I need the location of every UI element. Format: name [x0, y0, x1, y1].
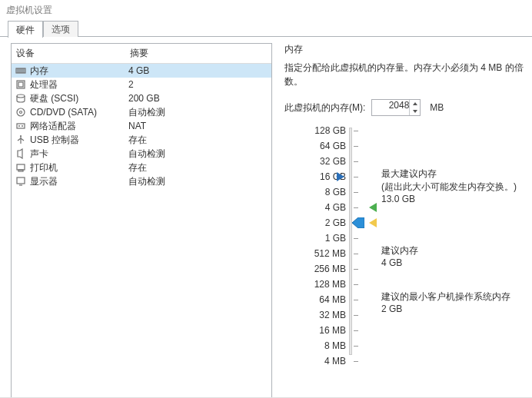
marker-recommended-icon	[367, 203, 377, 212]
cpu-icon	[15, 79, 27, 90]
memory-desc: 指定分配给此虚拟机的内存量。内存大小必须为 4 MB 的倍数。	[284, 61, 526, 88]
scale-tick	[354, 330, 358, 331]
scale-tick	[354, 346, 358, 347]
spin-up[interactable]	[410, 100, 420, 108]
scale-tick	[354, 361, 358, 362]
legend-rec-value: 4 GB	[381, 257, 402, 268]
col-device: 设备	[12, 44, 125, 63]
hw-row[interactable]: 内存4 GB	[12, 64, 271, 78]
hw-name: 处理器	[30, 78, 128, 91]
svg-point-12	[18, 125, 20, 127]
memory-scale: 128 GB64 GB32 GB16 GB8 GB4 GB2 GB1 GB512…	[284, 123, 526, 397]
scale-label: 128 MB	[301, 277, 346, 292]
scale-tick	[354, 161, 358, 162]
svg-rect-11	[17, 124, 25, 128]
hw-row[interactable]: 硬盘 (SCSI)200 GB	[12, 91, 271, 105]
hw-rows: 内存4 GB处理器2硬盘 (SCSI)200 GBCD/DVD (SATA)自动…	[12, 64, 271, 188]
scale-label: 8 MB	[301, 338, 346, 353]
scale-tick	[354, 238, 358, 239]
hw-row[interactable]: CD/DVD (SATA)自动检测	[12, 105, 271, 119]
usb-icon	[15, 134, 27, 145]
scale-label: 16 MB	[301, 323, 346, 338]
svg-point-14	[20, 135, 22, 137]
hw-summary: 存在	[128, 134, 268, 147]
disk-icon	[15, 93, 27, 104]
hw-row[interactable]: 打印机存在	[12, 161, 271, 174]
scale-tick	[354, 269, 358, 270]
hw-summary: 4 GB	[128, 65, 268, 76]
legend-max: 最大建议内存 (超出此大小可能发生内存交换。) 13.0 GB	[381, 167, 517, 204]
svg-rect-16	[18, 170, 23, 171]
cd-icon	[15, 107, 27, 118]
display-icon	[15, 176, 27, 187]
legend-min-title: 建议的最小客户机操作系统内存	[381, 291, 510, 302]
printer-icon	[15, 162, 27, 173]
tab-options[interactable]: 选项	[43, 21, 78, 37]
hw-name: CD/DVD (SATA)	[30, 107, 128, 118]
col-summary: 摘要	[125, 44, 271, 63]
hw-row[interactable]: 网络适配器NAT	[12, 119, 271, 133]
hardware-list: 设备 摘要 内存4 GB处理器2硬盘 (SCSI)200 GBCD/DVD (S…	[11, 43, 272, 397]
legend-recommended: 建议内存 4 GB	[381, 244, 418, 268]
hw-summary: 自动检测	[128, 148, 268, 161]
hw-name: USB 控制器	[30, 134, 128, 147]
hw-summary: 200 GB	[128, 93, 268, 104]
hw-name: 硬盘 (SCSI)	[30, 92, 128, 105]
marker-current-icon[interactable]	[352, 217, 364, 228]
section-title: 内存	[284, 43, 526, 56]
scale-tick	[354, 284, 358, 285]
scale-label: 128 GB	[301, 123, 346, 138]
memory-slider-track[interactable]	[349, 128, 352, 355]
scale-tick	[354, 192, 358, 193]
hw-row[interactable]: 显示器自动检测	[12, 174, 271, 188]
tab-hardware[interactable]: 硬件	[8, 21, 43, 38]
svg-rect-17	[17, 177, 25, 184]
scale-label: 256 MB	[301, 261, 346, 277]
vm-settings-window: 虚拟机设置 硬件选项 设备 摘要 内存4 GB处理器2硬盘 (SCSI)200 …	[0, 0, 532, 398]
memory-field-row: 此虚拟机的内存(M): 2048 MB	[284, 99, 526, 116]
scale-label: 2 GB	[301, 215, 346, 231]
hw-name: 显示器	[30, 175, 128, 188]
hw-row[interactable]: USB 控制器存在	[12, 133, 271, 147]
svg-rect-7	[18, 82, 23, 87]
scale-label: 32 MB	[301, 307, 346, 323]
legend-max-value: 13.0 GB	[381, 194, 415, 204]
scale-label: 1 GB	[301, 231, 346, 246]
legend-min: 建议的最小客户机操作系统内存 2 GB	[381, 290, 510, 314]
scale-tick	[354, 146, 358, 147]
memory-panel: 内存 指定分配给此虚拟机的内存量。内存大小必须为 4 MB 的倍数。 此虚拟机的…	[284, 43, 526, 397]
svg-marker-20	[413, 110, 417, 113]
scale-label: 64 MB	[301, 292, 346, 307]
scale-labels: 128 GB64 GB32 GB16 GB8 GB4 GB2 GB1 GB512…	[301, 123, 346, 369]
hw-name: 网络适配器	[30, 120, 128, 133]
memory-value: 2048	[389, 100, 410, 111]
memory-icon	[15, 65, 27, 76]
scale-tick	[354, 315, 358, 316]
dialog-body: 设备 摘要 内存4 GB处理器2硬盘 (SCSI)200 GBCD/DVD (S…	[0, 37, 532, 397]
svg-marker-22	[369, 203, 377, 212]
svg-point-9	[17, 108, 25, 116]
sound-icon	[15, 148, 27, 159]
legend-max-note: (超出此大小可能发生内存交换。)	[381, 181, 517, 192]
svg-point-8	[17, 95, 25, 98]
svg-marker-24	[352, 217, 364, 228]
hw-row[interactable]: 声卡自动检测	[12, 147, 271, 161]
hw-name: 打印机	[30, 161, 128, 174]
hw-name: 内存	[30, 65, 128, 78]
hw-summary: 存在	[128, 161, 268, 174]
window-title: 虚拟机设置	[0, 0, 532, 20]
spin-down[interactable]	[410, 108, 420, 115]
net-icon	[15, 121, 27, 131]
svg-marker-21	[337, 172, 344, 181]
marker-max-icon	[337, 172, 346, 181]
scale-label: 32 GB	[301, 154, 346, 169]
memory-input[interactable]: 2048	[371, 99, 421, 116]
scale-label: 4 MB	[301, 353, 346, 369]
svg-point-10	[20, 111, 22, 114]
scale-label: 8 GB	[301, 184, 346, 200]
hw-row[interactable]: 处理器2	[12, 78, 271, 91]
legend-min-value: 2 GB	[381, 303, 402, 314]
legend-rec-title: 建议内存	[381, 245, 418, 256]
hw-summary: 自动检测	[128, 175, 268, 188]
memory-unit: MB	[430, 102, 444, 113]
